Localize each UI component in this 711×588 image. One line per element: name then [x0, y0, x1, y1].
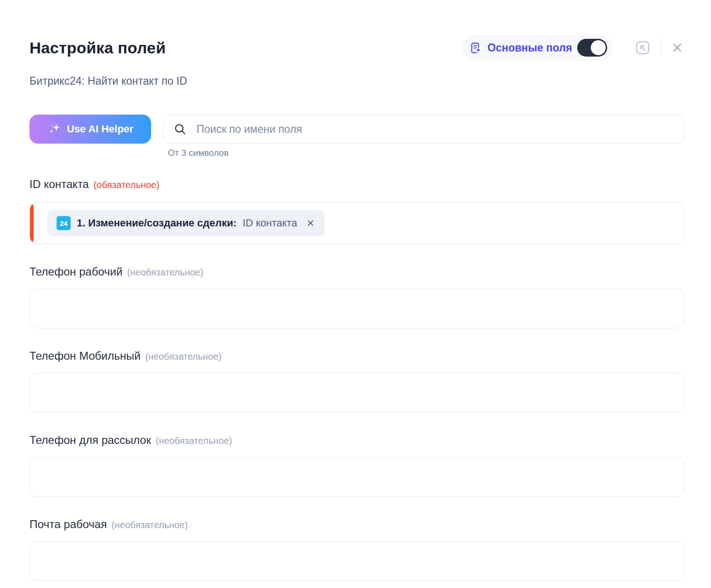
optional-note: (необязательное): [145, 351, 221, 362]
search-box: [163, 115, 684, 144]
chip-value-label: ID контакта: [243, 217, 297, 229]
field-label: ID контакта: [29, 178, 89, 191]
field-label-row: Телефон для рассылок (необязательное): [29, 434, 684, 447]
search-area: От 3 символов: [163, 115, 684, 158]
page-title: Настройка полей: [29, 39, 166, 57]
field-settings-panel: Настройка полей Основные поля: [29, 0, 684, 581]
optional-note: (необязательное): [127, 267, 203, 278]
basic-fields-toggle-pill[interactable]: Основные поля: [462, 35, 613, 61]
field-group-contact-id: ID контакта (обязательное) 24 1. Изменен…: [29, 178, 684, 244]
panel-header: Настройка полей Основные поля: [29, 35, 684, 61]
search-input[interactable]: [163, 115, 684, 144]
input-email-work[interactable]: [29, 541, 684, 581]
ai-helper-label: Use AI Helper: [67, 123, 133, 135]
basic-fields-label: Основные поля: [487, 42, 572, 54]
field-label-row: Почта рабочая (необязательное): [29, 518, 684, 531]
optional-note: (необязательное): [111, 520, 188, 530]
basic-fields-toggle[interactable]: [577, 39, 607, 57]
ai-helper-button[interactable]: Use AI Helper: [29, 115, 151, 144]
field-label-row: Телефон рабочий (необязательное): [29, 265, 684, 278]
toolbar: Use AI Helper От 3 символов: [29, 115, 684, 158]
chip-remove-icon[interactable]: [306, 218, 315, 228]
input-phone-work[interactable]: [29, 289, 684, 328]
field-label: Телефон рабочий: [29, 265, 123, 278]
close-button[interactable]: [670, 41, 684, 55]
popout-window-button[interactable]: [634, 39, 651, 56]
required-note: (обязательное): [94, 180, 160, 190]
field-label: Почта рабочая: [29, 518, 107, 531]
field-group-phone-work: Телефон рабочий (необязательное): [29, 265, 684, 328]
chip-source-label: 1. Изменение/создание сделки:: [77, 217, 237, 229]
sparkles-icon: [47, 122, 61, 136]
input-phone-mailing[interactable]: [29, 457, 684, 497]
header-actions: Основные поля: [462, 35, 684, 61]
mapping-chip[interactable]: 24 1. Изменение/создание сделки: ID конт…: [47, 210, 325, 236]
field-label-row: ID контакта (обязательное): [29, 178, 684, 191]
document-sparkle-icon: [470, 42, 482, 54]
connection-subtitle: Битрикс24: Найти контакт по ID: [29, 75, 684, 87]
required-accent-bar: [30, 204, 34, 242]
field-label: Телефон Мобильный: [29, 349, 140, 363]
field-label-row: Телефон Мобильный (необязательное): [29, 349, 684, 363]
bitrix24-badge: 24: [57, 216, 71, 230]
toggle-knob: [591, 40, 606, 55]
window-controls: [634, 39, 684, 57]
divider: [660, 39, 661, 57]
optional-note: (необязательное): [156, 436, 232, 446]
contact-id-field[interactable]: 24 1. Изменение/создание сделки: ID конт…: [29, 202, 684, 244]
field-group-phone-mobile: Телефон Мобильный (необязательное): [29, 349, 684, 413]
field-group-email-work: Почта рабочая (необязательное): [29, 518, 684, 581]
input-phone-mobile[interactable]: [29, 373, 684, 413]
field-group-phone-mailing: Телефон для рассылок (необязательное): [29, 434, 684, 497]
search-hint: От 3 символов: [168, 148, 684, 158]
field-label: Телефон для рассылок: [29, 434, 151, 447]
